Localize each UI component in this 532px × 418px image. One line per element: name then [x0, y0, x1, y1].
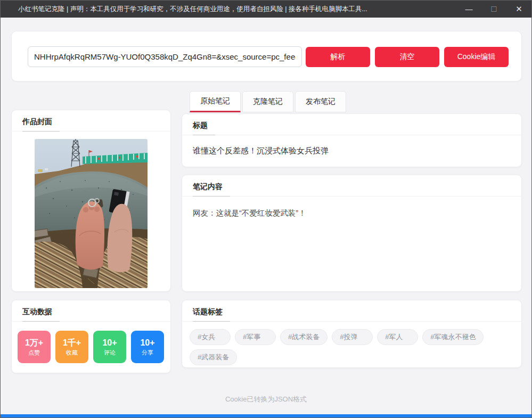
clear-button[interactable]: 清空: [375, 47, 439, 67]
titlebar: 小红书笔记克隆 | 声明：本工具仅用于学习和研究，不涉及任何商业用途，使用者自担…: [1, 1, 531, 18]
content-section-label: 笔记内容: [193, 182, 230, 196]
tab-original-note[interactable]: 原始笔记: [190, 91, 241, 112]
tag-chip: #军魂永不褪色: [422, 329, 484, 345]
likes-badge: 1万+ 点赞: [18, 331, 51, 363]
tag-chip: #军事: [235, 329, 276, 345]
app-window: 小红书笔记克隆 | 声明：本工具仅用于学习和研究，不涉及任何商业用途，使用者自担…: [0, 0, 532, 418]
comments-badge: 10+ 评论: [93, 331, 126, 363]
window-controls: — ☐ ✕: [456, 1, 531, 18]
window-title: 小红书笔记克隆 | 声明：本工具仅用于学习和研究，不涉及任何商业用途，使用者自担…: [1, 5, 367, 14]
stats-card: 互动数据 1万+ 点赞 1千+ 收藏 10+ 评论 10+ 分享: [11, 300, 171, 373]
note-content-card: 笔记内容 网友：这就是“不爱红妆爱武装”！: [182, 175, 522, 292]
note-content-text: 网友：这就是“不爱红妆爱武装”！: [182, 196, 521, 230]
tags-section-label: 话题标签: [193, 307, 230, 322]
note-tabs: 原始笔记 克隆笔记 发布笔记: [190, 91, 346, 112]
cover-section-title: 作品封面: [22, 117, 60, 132]
close-icon[interactable]: ✕: [506, 1, 531, 18]
tags-list: #女兵 #军事 #战术装备 #投弹 #军人 #军魂永不褪色 #武器装备: [182, 322, 521, 368]
bottom-accent-bar: [1, 414, 531, 417]
tag-chip: #女兵: [190, 329, 231, 345]
shares-badge: 10+ 分享: [131, 331, 164, 363]
cover-card: 作品封面: [11, 110, 171, 292]
tags-card: 话题标签 #女兵 #军事 #战术装备 #投弹 #军人 #军魂永不褪色 #武器装备: [182, 300, 522, 368]
tag-chip: #投弹: [332, 329, 373, 345]
cookie-edit-button[interactable]: Cookie编辑: [444, 47, 509, 67]
status-text: Cookie已转换为JSON格式: [1, 395, 531, 404]
url-input[interactable]: [28, 46, 302, 67]
note-title-text: 谁懂这个反差感！沉浸式体验女兵投弹: [182, 135, 521, 167]
tab-clone-note[interactable]: 克隆笔记: [242, 91, 293, 112]
cover-photo: [35, 139, 148, 288]
note-title-card: 标题 谁懂这个反差感！沉浸式体验女兵投弹: [182, 113, 522, 167]
toolbar-card: 解析 清空 Cookie编辑: [11, 31, 522, 81]
stats-row: 1万+ 点赞 1千+ 收藏 10+ 评论 10+ 分享: [12, 322, 170, 363]
tag-chip: #军人: [377, 329, 418, 345]
collects-badge: 1千+ 收藏: [55, 331, 88, 363]
stats-section-title: 互动数据: [22, 307, 60, 322]
title-section-label: 标题: [193, 121, 215, 135]
tag-chip: #武器装备: [190, 349, 237, 365]
tag-chip: #战术装备: [280, 329, 328, 345]
minimize-icon[interactable]: —: [456, 1, 481, 18]
parse-button[interactable]: 解析: [306, 47, 370, 67]
tab-publish-note[interactable]: 发布笔记: [295, 91, 346, 112]
maximize-icon[interactable]: ☐: [481, 1, 506, 18]
